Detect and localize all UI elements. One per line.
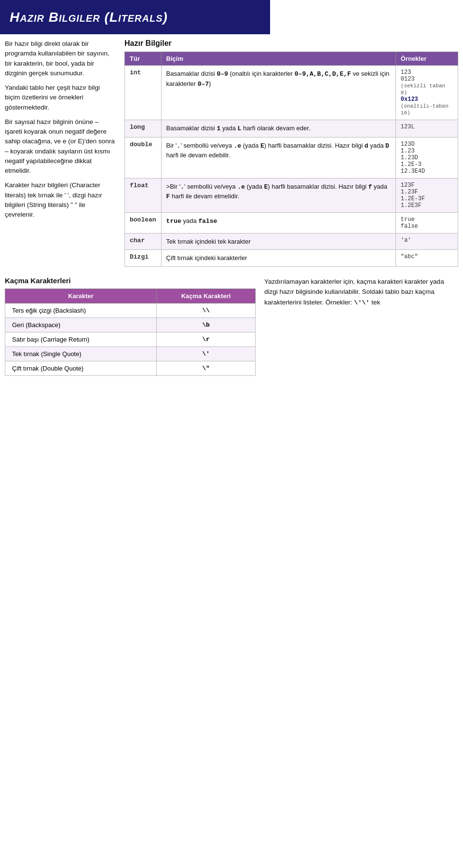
main-layout: Bir hazır bilgi direkt olarak bir progra… — [0, 34, 463, 272]
desc-dizgi: Çift tırnak içindeki karakterler — [161, 250, 395, 267]
hazir-bilgiler-title: Hazır Bilgiler — [124, 39, 458, 48]
desc-long: Basamaklar dizisi 1 yada L harfi olarak … — [161, 120, 395, 138]
kacma-karakter: Ters eğik çizgi (Backslash) — [5, 303, 157, 317]
examples-long: 123L — [395, 120, 458, 138]
type-long: long — [125, 120, 162, 138]
kacma-section: Kaçma Karakterleri Karakter Kaçma Karakt… — [5, 276, 256, 376]
table-row: float >Bir '.' sembollü ve/veya .e (yada… — [125, 178, 458, 212]
examples-int: 1230123(sekizli taban 8)0x123(onaltılı-t… — [395, 66, 458, 120]
hazir-bilgiler-section: Hazır Bilgiler Tür Biçim Örnekler int Ba… — [124, 39, 458, 267]
table-row: Tek tırnak (Single Quote) \' — [5, 346, 256, 361]
examples-char: 'a' — [395, 233, 458, 250]
type-char: char — [125, 233, 162, 250]
table-row: Dizgi Çift tırnak içindeki karakterler "… — [125, 250, 458, 267]
table-row: double Bir '.' sembollü ve/veya .e (yada… — [125, 137, 458, 178]
kacma-title: Kaçma Karakterleri — [5, 276, 256, 285]
desc-boolean: true yada false — [161, 212, 395, 233]
kacma-escape: \" — [157, 361, 256, 375]
intro-p4: Karakter hazır bilgileri (Character lite… — [5, 180, 116, 220]
kacma-karakter: Çift tırnak (Double Quote) — [5, 361, 157, 375]
bottom-layout: Kaçma Karakterleri Karakter Kaçma Karakt… — [0, 272, 463, 381]
table-row: long Basamaklar dizisi 1 yada L harfi ol… — [125, 120, 458, 138]
type-boolean: boolean — [125, 212, 162, 233]
page-title: Hazır Bilgiler (Literals) — [10, 9, 260, 26]
kacma-karakter: Tek tırnak (Single Quote) — [5, 346, 157, 361]
table-row: int Basamaklar dizisi 0–9 (onaltılı için… — [125, 66, 458, 120]
desc-float: >Bir '.' sembollü ve/veya .e (yada E) ha… — [161, 178, 395, 212]
kacma-escape: \\ — [157, 303, 256, 317]
table-row: Geri (Backspace) \b — [5, 317, 256, 332]
kacma-escape: \r — [157, 332, 256, 346]
type-float: float — [125, 178, 162, 212]
examples-float: 123F1.23F1.2E-3F1.2E3F — [395, 178, 458, 212]
examples-boolean: truefalse — [395, 212, 458, 233]
kacma-karakter: Geri (Backspace) — [5, 317, 157, 332]
desc-char: Tek tırnak içindeki tek karakter — [161, 233, 395, 250]
desc-int: Basamaklar dizisi 0–9 (onaltılı için kar… — [161, 66, 395, 120]
kacma-escape: \b — [157, 317, 256, 332]
desc-double: Bir '.' sembollü ve/veya .e (yada E) har… — [161, 137, 395, 178]
col-ornekler: Örnekler — [395, 52, 458, 66]
kacma-table: Karakter Kaçma Karakteri Ters eğik çizgi… — [5, 289, 256, 376]
left-column: Bir hazır bilgi direkt olarak bir progra… — [5, 39, 116, 220]
col-tur: Tür — [125, 52, 162, 66]
type-int: int — [125, 66, 162, 120]
intro-p2: Yandaki tablo her çeşit hazır bilgi biçi… — [5, 83, 116, 112]
table-row: char Tek tırnak içindeki tek karakter 'a… — [125, 233, 458, 250]
kacma-col2: Kaçma Karakteri — [157, 289, 256, 303]
type-double: double — [125, 137, 162, 178]
kacma-escape: \' — [157, 346, 256, 361]
kacma-col1: Karakter — [5, 289, 157, 303]
page-header: Hazır Bilgiler (Literals) — [0, 0, 270, 34]
right-description: Yazdırılamayan karakterler için, kaçma k… — [264, 276, 458, 308]
type-dizgi: Dizgi — [125, 250, 162, 267]
examples-dizgi: "abc" — [395, 250, 458, 267]
examples-double: 123D1.231.23D1.2E-312.3E4D — [395, 137, 458, 178]
intro-p1: Bir hazır bilgi direkt olarak bir progra… — [5, 39, 116, 78]
table-row: Çift tırnak (Double Quote) \" — [5, 361, 256, 375]
col-bicim: Biçim — [161, 52, 395, 66]
kacma-karakter: Satır başı (Carriage Return) — [5, 332, 157, 346]
table-row: Ters eğik çizgi (Backslash) \\ — [5, 303, 256, 317]
hazir-bilgiler-table: Tür Biçim Örnekler int Basamaklar dizisi… — [124, 52, 458, 267]
intro-p3: Bir sayısal hazır bilginin önüne – işare… — [5, 117, 116, 176]
table-row: boolean true yada false truefalse — [125, 212, 458, 233]
table-row: Satır başı (Carriage Return) \r — [5, 332, 256, 346]
